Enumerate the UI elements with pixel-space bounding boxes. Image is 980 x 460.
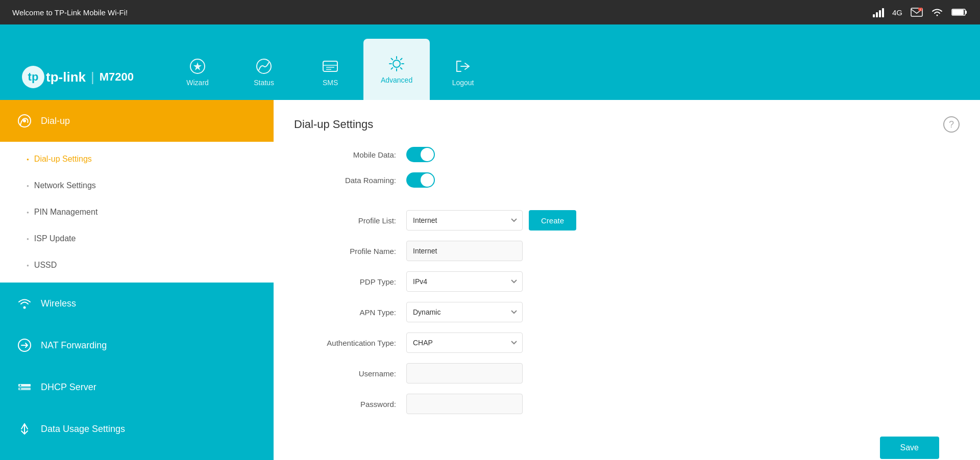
sms-icon xyxy=(321,57,339,75)
apn-type-label: APN Type: xyxy=(294,308,406,317)
svg-rect-10 xyxy=(323,61,337,71)
pdp-type-label: PDP Type: xyxy=(294,277,406,286)
sidebar-sub-ussd[interactable]: USSD xyxy=(0,252,274,278)
signal-icon xyxy=(873,7,884,17)
nat-label: NAT Forwarding xyxy=(41,340,107,351)
sidebar-sub-dialup-settings[interactable]: Dial-up Settings xyxy=(0,146,274,172)
wizard-label: Wizard xyxy=(186,79,209,87)
auth-type-row: Authentication Type: CHAP PAP None Auto xyxy=(294,333,960,353)
sidebar-item-nat[interactable]: NAT Forwarding xyxy=(0,324,274,366)
isp-update-label: ISP Update xyxy=(34,234,76,243)
mobile-data-row: Mobile Data: xyxy=(294,147,960,162)
advanced-icon xyxy=(387,55,406,73)
password-row: Password: xyxy=(294,394,960,414)
pdp-type-select[interactable]: IPv4 IPv6 IPv4v6 xyxy=(406,271,523,292)
save-button[interactable]: Save xyxy=(880,437,939,459)
svg-rect-5 xyxy=(965,11,967,14)
header: tp tp-link | M7200 Wizard Status xyxy=(0,24,980,100)
profile-list-label: Profile List: xyxy=(294,216,406,225)
network-type: 4G xyxy=(892,8,902,17)
status-icons: 4G 3 xyxy=(873,7,968,17)
tab-sms[interactable]: SMS xyxy=(297,44,363,100)
help-button[interactable]: ? xyxy=(943,116,960,133)
profile-name-label: Profile Name: xyxy=(294,247,406,255)
svg-text:tp: tp xyxy=(28,70,39,83)
profile-list-row: Profile List: Internet Custom Create xyxy=(294,210,960,231)
auth-type-select[interactable]: CHAP PAP None Auto xyxy=(406,333,523,353)
dialup-settings-label: Dial-up Settings xyxy=(34,155,92,164)
wireless-label: Wireless xyxy=(41,298,76,309)
logout-icon xyxy=(454,57,472,75)
wizard-icon xyxy=(188,57,207,75)
mobile-data-toggle[interactable] xyxy=(406,147,435,162)
sms-label: SMS xyxy=(323,79,338,87)
svg-point-23 xyxy=(20,388,21,390)
battery-icon xyxy=(951,8,968,17)
svg-text:3: 3 xyxy=(920,8,921,11)
password-input[interactable] xyxy=(406,394,523,414)
data-roaming-toggle[interactable] xyxy=(406,172,435,188)
main-layout: Dial-up Dial-up Settings Network Setting… xyxy=(0,100,980,460)
username-row: Username: xyxy=(294,363,960,384)
data-roaming-label: Data Roaming: xyxy=(294,176,406,185)
create-button[interactable]: Create xyxy=(529,210,576,231)
tab-wizard[interactable]: Wizard xyxy=(164,44,231,100)
sidebar-item-dhcp[interactable]: DHCP Server xyxy=(0,366,274,408)
apn-type-select[interactable]: Dynamic Static xyxy=(406,302,523,322)
dialup-submenu: Dial-up Settings Network Settings PIN Ma… xyxy=(0,142,274,283)
sidebar-sub-network-settings[interactable]: Network Settings xyxy=(0,172,274,199)
logo-icon: tp xyxy=(20,64,46,90)
sidebar-sub-isp-update[interactable]: ISP Update xyxy=(0,225,274,252)
dhcp-icon xyxy=(16,379,33,395)
welcome-text: Welcome to TP-Link Mobile Wi-Fi! xyxy=(12,8,128,17)
logo-text: tp-link xyxy=(46,69,86,85)
apn-type-row: APN Type: Dynamic Static xyxy=(294,302,960,322)
username-input[interactable] xyxy=(406,363,523,384)
status-bar: Welcome to TP-Link Mobile Wi-Fi! 4G 3 xyxy=(0,0,980,24)
sidebar: Dial-up Dial-up Settings Network Setting… xyxy=(0,100,274,460)
tab-logout[interactable]: Logout xyxy=(430,44,496,100)
nav-tabs: Wizard Status SMS Advan xyxy=(164,24,517,100)
sidebar-item-dialup[interactable]: Dial-up xyxy=(0,100,274,142)
tab-advanced[interactable]: Advanced xyxy=(363,39,430,100)
status-icon xyxy=(255,57,273,75)
page-title: Dial-up Settings xyxy=(294,118,373,131)
username-label: Username: xyxy=(294,369,406,378)
password-label: Password: xyxy=(294,400,406,408)
logo-area: tp tp-link | M7200 xyxy=(20,64,134,100)
sidebar-item-power-saving[interactable]: Power Saving xyxy=(0,450,274,460)
svg-point-17 xyxy=(23,119,26,122)
svg-point-18 xyxy=(23,306,26,309)
auth-type-label: Authentication Type: xyxy=(294,339,406,347)
svg-rect-4 xyxy=(952,10,964,15)
logo-model: M7200 xyxy=(100,70,134,84)
profile-list-select[interactable]: Internet Custom xyxy=(406,210,523,231)
profile-name-row: Profile Name: xyxy=(294,241,960,261)
ussd-label: USSD xyxy=(34,261,57,270)
tab-status[interactable]: Status xyxy=(231,44,297,100)
content-panel: Dial-up Settings ? Mobile Data: Data Roa… xyxy=(274,100,980,460)
mail-icon: 3 xyxy=(911,8,923,17)
sidebar-item-data-usage[interactable]: Data Usage Settings xyxy=(0,408,274,450)
data-usage-label: Data Usage Settings xyxy=(41,424,125,435)
logout-label: Logout xyxy=(452,79,474,87)
sidebar-item-wireless[interactable]: Wireless xyxy=(0,283,274,324)
mobile-data-label: Mobile Data: xyxy=(294,150,406,159)
wifi-icon xyxy=(931,7,943,17)
advanced-label: Advanced xyxy=(381,76,412,84)
pdp-type-row: PDP Type: IPv4 IPv6 IPv4v6 xyxy=(294,271,960,292)
wireless-icon xyxy=(16,295,33,312)
dialup-icon xyxy=(16,113,33,129)
logo-divider: | xyxy=(91,69,94,85)
svg-point-14 xyxy=(393,60,400,67)
profile-name-input[interactable] xyxy=(406,241,523,261)
status-label: Status xyxy=(254,79,274,87)
content-header: Dial-up Settings ? xyxy=(294,116,960,133)
sidebar-sub-pin-management[interactable]: PIN Management xyxy=(0,199,274,225)
pin-management-label: PIN Management xyxy=(34,208,98,217)
dhcp-label: DHCP Server xyxy=(41,382,96,393)
nat-icon xyxy=(16,337,33,353)
data-roaming-row: Data Roaming: xyxy=(294,172,960,188)
data-usage-icon xyxy=(16,421,33,437)
network-settings-label: Network Settings xyxy=(34,181,96,190)
